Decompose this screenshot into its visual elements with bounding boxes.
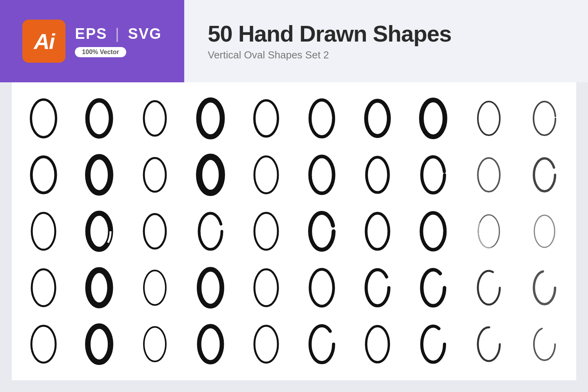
list-item <box>16 147 71 203</box>
svg-point-9 <box>534 102 555 135</box>
list-item <box>405 147 461 203</box>
shapes-area <box>12 82 576 380</box>
svg-point-24 <box>199 213 222 249</box>
sub-title: Vertical Oval Shapes Set 2 <box>208 49 329 61</box>
svg-point-51 <box>534 328 555 360</box>
list-item <box>127 147 183 203</box>
svg-point-14 <box>254 156 278 193</box>
svg-point-3 <box>199 100 222 137</box>
svg-point-38 <box>366 270 389 306</box>
svg-point-4 <box>254 100 278 136</box>
page-container: Ai EPS | SVG 100% Vector 50 Hand Drawn S… <box>0 0 588 392</box>
header-right: 50 Hand Drawn Shapes Vertical Oval Shape… <box>184 0 588 82</box>
svg-point-36 <box>254 269 278 306</box>
list-item <box>350 316 405 372</box>
svg-point-21 <box>88 213 111 249</box>
svg-point-13 <box>199 157 222 193</box>
list-item <box>405 260 461 316</box>
svg-point-35 <box>199 269 222 306</box>
svg-point-48 <box>366 326 389 362</box>
svg-point-20 <box>32 213 55 250</box>
svg-point-6 <box>366 101 389 136</box>
list-item <box>16 90 71 147</box>
svg-point-17 <box>422 157 445 193</box>
list-item <box>127 316 183 372</box>
list-item <box>294 90 350 147</box>
list-item <box>183 260 238 316</box>
list-item <box>183 203 238 260</box>
svg-point-41 <box>534 271 555 304</box>
list-item <box>238 147 294 203</box>
svg-point-44 <box>144 327 166 361</box>
list-item <box>461 316 517 372</box>
list-item <box>517 260 572 316</box>
list-item <box>517 90 572 147</box>
svg-point-42 <box>31 326 56 363</box>
svg-point-7 <box>421 100 445 137</box>
svg-point-10 <box>31 157 56 193</box>
svg-point-0 <box>31 100 56 137</box>
svg-point-28 <box>421 213 445 250</box>
svg-point-16 <box>367 157 388 192</box>
svg-point-25 <box>254 213 278 250</box>
svg-point-5 <box>310 100 334 137</box>
svg-point-31 <box>534 215 555 247</box>
svg-point-18 <box>478 158 500 192</box>
vector-badge: 100% Vector <box>75 47 126 57</box>
list-item <box>350 260 405 316</box>
list-item <box>461 90 517 147</box>
list-item <box>405 90 461 147</box>
list-item <box>71 316 127 372</box>
svg-point-45 <box>199 326 222 362</box>
list-item <box>16 203 71 260</box>
list-item <box>517 203 572 260</box>
list-item <box>127 90 183 147</box>
list-item <box>461 203 517 260</box>
header-left: Ai EPS | SVG 100% Vector <box>0 0 184 82</box>
header-left-text: EPS | SVG 100% Vector <box>75 25 162 57</box>
svg-point-50 <box>478 327 500 361</box>
svg-point-34 <box>144 270 166 305</box>
list-item <box>71 147 127 203</box>
list-item <box>183 90 238 147</box>
list-item <box>183 147 238 203</box>
list-item <box>127 260 183 316</box>
svg-point-33 <box>88 270 110 305</box>
list-item <box>405 203 461 260</box>
svg-point-2 <box>144 101 166 136</box>
list-item <box>294 203 350 260</box>
svg-point-49 <box>422 326 445 362</box>
format-labels: EPS | SVG <box>75 25 162 42</box>
list-item <box>294 147 350 203</box>
svg-point-40 <box>478 271 500 305</box>
list-item <box>461 147 517 203</box>
list-item <box>127 203 183 260</box>
list-item <box>350 90 405 147</box>
list-item <box>238 203 294 260</box>
svg-point-47 <box>310 326 334 363</box>
svg-point-1 <box>87 100 111 136</box>
list-item <box>238 260 294 316</box>
svg-point-32 <box>32 269 55 306</box>
svg-point-23 <box>144 214 166 249</box>
list-item <box>71 203 127 260</box>
list-item <box>405 316 461 372</box>
list-item <box>461 260 517 316</box>
svg-point-11 <box>88 157 111 193</box>
svg-point-12 <box>144 158 166 192</box>
main-title: 50 Hand Drawn Shapes <box>208 21 451 46</box>
svg-point-15 <box>310 156 334 193</box>
list-item <box>517 147 572 203</box>
svg-point-8 <box>478 102 500 135</box>
list-item <box>238 90 294 147</box>
svg-point-19 <box>534 158 555 191</box>
svg-point-26 <box>310 213 334 250</box>
list-item <box>350 147 405 203</box>
list-item <box>16 260 71 316</box>
svg-point-43 <box>88 326 111 362</box>
list-item <box>71 260 127 316</box>
list-item <box>517 316 572 372</box>
ai-logo-badge: Ai <box>22 20 65 63</box>
svg-point-46 <box>254 326 278 363</box>
svg-point-27 <box>366 213 389 249</box>
